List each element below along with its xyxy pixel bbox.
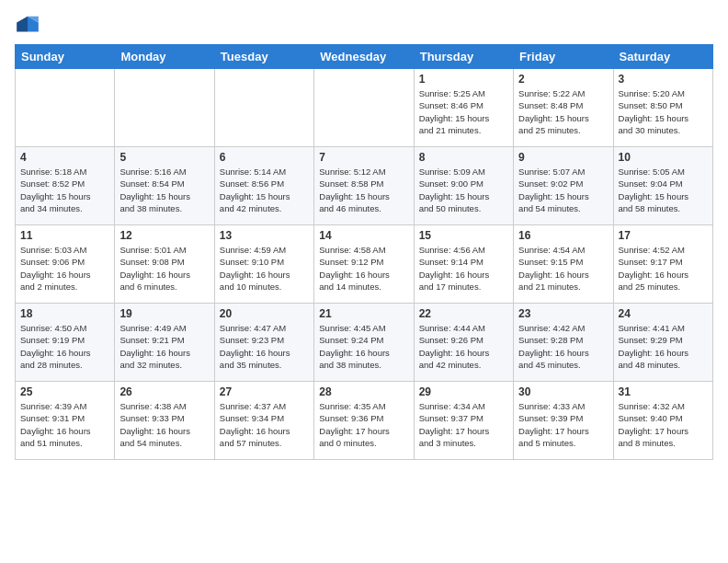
day-number: 31 [619,385,708,398]
day-number: 12 [119,229,209,242]
day-number: 1 [419,73,508,86]
calendar-cell: 30Sunrise: 4:33 AM Sunset: 9:39 PM Dayli… [514,382,613,460]
day-number: 28 [319,385,408,398]
logo-icon [15,15,40,35]
calendar-cell: 26Sunrise: 4:38 AM Sunset: 9:33 PM Dayli… [115,382,214,460]
day-info: Sunrise: 5:16 AM Sunset: 8:54 PM Dayligh… [119,166,209,214]
day-info: Sunrise: 4:32 AM Sunset: 9:40 PM Dayligh… [619,400,708,449]
day-info: Sunrise: 4:58 AM Sunset: 9:12 PM Dayligh… [319,244,408,293]
calendar-cell [314,69,414,147]
day-info: Sunrise: 5:07 AM Sunset: 9:02 PM Dayligh… [518,166,608,214]
calendar-cell: 22Sunrise: 4:44 AM Sunset: 9:26 PM Dayli… [414,304,513,382]
day-number: 19 [119,307,209,320]
weekday-header-row: SundayMondayTuesdayWednesdayThursdayFrid… [16,45,713,69]
week-row-4: 18Sunrise: 4:50 AM Sunset: 9:19 PM Dayli… [16,304,713,382]
day-number: 27 [220,385,309,398]
day-number: 20 [220,307,309,320]
calendar-cell: 2Sunrise: 5:22 AM Sunset: 8:48 PM Daylig… [514,69,613,147]
day-info: Sunrise: 4:37 AM Sunset: 9:34 PM Dayligh… [220,400,309,449]
day-number: 23 [518,307,608,320]
week-row-2: 4Sunrise: 5:18 AM Sunset: 8:52 PM Daylig… [16,147,713,225]
calendar-table: SundayMondayTuesdayWednesdayThursdayFrid… [15,44,713,460]
calendar-cell [115,69,214,147]
day-info: Sunrise: 4:35 AM Sunset: 9:36 PM Dayligh… [319,400,408,449]
day-number: 2 [518,73,608,86]
day-info: Sunrise: 5:14 AM Sunset: 8:56 PM Dayligh… [220,166,309,214]
calendar-cell: 21Sunrise: 4:45 AM Sunset: 9:24 PM Dayli… [314,304,414,382]
day-number: 3 [619,73,708,86]
calendar-cell: 25Sunrise: 4:39 AM Sunset: 9:31 PM Dayli… [16,382,115,460]
calendar-cell: 27Sunrise: 4:37 AM Sunset: 9:34 PM Dayli… [214,382,313,460]
day-number: 6 [220,151,309,164]
day-info: Sunrise: 5:20 AM Sunset: 8:50 PM Dayligh… [619,87,708,136]
day-info: Sunrise: 4:59 AM Sunset: 9:10 PM Dayligh… [220,244,309,293]
day-info: Sunrise: 5:09 AM Sunset: 9:00 PM Dayligh… [419,166,508,214]
day-number: 16 [518,229,608,242]
day-number: 14 [319,229,408,242]
day-number: 4 [20,151,109,164]
day-info: Sunrise: 5:25 AM Sunset: 8:46 PM Dayligh… [419,87,508,136]
day-info: Sunrise: 4:54 AM Sunset: 9:15 PM Dayligh… [518,244,608,293]
day-number: 29 [419,385,508,398]
calendar-cell [16,69,115,147]
day-info: Sunrise: 5:22 AM Sunset: 8:48 PM Dayligh… [518,87,608,136]
weekday-header-thursday: Thursday [414,45,513,69]
calendar-cell: 3Sunrise: 5:20 AM Sunset: 8:50 PM Daylig… [613,69,712,147]
day-info: Sunrise: 4:34 AM Sunset: 9:37 PM Dayligh… [419,400,508,449]
calendar-cell: 10Sunrise: 5:05 AM Sunset: 9:04 PM Dayli… [613,147,712,225]
day-info: Sunrise: 5:03 AM Sunset: 9:06 PM Dayligh… [20,244,109,293]
day-number: 9 [518,151,608,164]
svg-marker-1 [17,17,28,32]
calendar-cell: 19Sunrise: 4:49 AM Sunset: 9:21 PM Dayli… [115,304,214,382]
day-info: Sunrise: 4:49 AM Sunset: 9:21 PM Dayligh… [119,322,209,371]
calendar-cell: 9Sunrise: 5:07 AM Sunset: 9:02 PM Daylig… [514,147,613,225]
calendar-cell: 4Sunrise: 5:18 AM Sunset: 8:52 PM Daylig… [16,147,115,225]
day-info: Sunrise: 4:50 AM Sunset: 9:19 PM Dayligh… [20,322,109,371]
day-info: Sunrise: 5:12 AM Sunset: 8:58 PM Dayligh… [319,166,408,214]
day-info: Sunrise: 4:41 AM Sunset: 9:29 PM Dayligh… [619,322,708,371]
day-number: 25 [20,385,109,398]
week-row-3: 11Sunrise: 5:03 AM Sunset: 9:06 PM Dayli… [16,225,713,304]
day-info: Sunrise: 4:42 AM Sunset: 9:28 PM Dayligh… [518,322,608,371]
calendar-cell [214,69,313,147]
calendar-cell: 16Sunrise: 4:54 AM Sunset: 9:15 PM Dayli… [514,225,613,304]
weekday-header-tuesday: Tuesday [214,45,313,69]
logo [15,15,44,35]
calendar-cell: 15Sunrise: 4:56 AM Sunset: 9:14 PM Dayli… [414,225,513,304]
day-number: 7 [319,151,408,164]
day-number: 11 [20,229,109,242]
day-info: Sunrise: 5:18 AM Sunset: 8:52 PM Dayligh… [20,166,109,214]
day-number: 15 [419,229,508,242]
day-number: 18 [20,307,109,320]
day-info: Sunrise: 4:44 AM Sunset: 9:26 PM Dayligh… [419,322,508,371]
day-number: 21 [319,307,408,320]
calendar-cell: 6Sunrise: 5:14 AM Sunset: 8:56 PM Daylig… [214,147,313,225]
calendar-cell: 28Sunrise: 4:35 AM Sunset: 9:36 PM Dayli… [314,382,414,460]
day-number: 26 [119,385,209,398]
calendar-cell: 11Sunrise: 5:03 AM Sunset: 9:06 PM Dayli… [16,225,115,304]
calendar-cell: 18Sunrise: 4:50 AM Sunset: 9:19 PM Dayli… [16,304,115,382]
calendar-cell: 17Sunrise: 4:52 AM Sunset: 9:17 PM Dayli… [613,225,712,304]
day-number: 5 [119,151,209,164]
calendar-cell: 8Sunrise: 5:09 AM Sunset: 9:00 PM Daylig… [414,147,513,225]
calendar-cell: 13Sunrise: 4:59 AM Sunset: 9:10 PM Dayli… [214,225,313,304]
weekday-header-monday: Monday [115,45,214,69]
calendar-cell: 23Sunrise: 4:42 AM Sunset: 9:28 PM Dayli… [514,304,613,382]
weekday-header-wednesday: Wednesday [314,45,414,69]
day-info: Sunrise: 5:05 AM Sunset: 9:04 PM Dayligh… [619,166,708,214]
calendar-cell: 12Sunrise: 5:01 AM Sunset: 9:08 PM Dayli… [115,225,214,304]
day-number: 24 [619,307,708,320]
day-number: 17 [619,229,708,242]
week-row-5: 25Sunrise: 4:39 AM Sunset: 9:31 PM Dayli… [16,382,713,460]
day-info: Sunrise: 4:47 AM Sunset: 9:23 PM Dayligh… [220,322,309,371]
calendar-cell: 7Sunrise: 5:12 AM Sunset: 8:58 PM Daylig… [314,147,414,225]
calendar-cell: 5Sunrise: 5:16 AM Sunset: 8:54 PM Daylig… [115,147,214,225]
week-row-1: 1Sunrise: 5:25 AM Sunset: 8:46 PM Daylig… [16,69,713,147]
day-info: Sunrise: 5:01 AM Sunset: 9:08 PM Dayligh… [119,244,209,293]
calendar-cell: 20Sunrise: 4:47 AM Sunset: 9:23 PM Dayli… [214,304,313,382]
day-number: 10 [619,151,708,164]
calendar-cell: 1Sunrise: 5:25 AM Sunset: 8:46 PM Daylig… [414,69,513,147]
day-info: Sunrise: 4:45 AM Sunset: 9:24 PM Dayligh… [319,322,408,371]
weekday-header-friday: Friday [514,45,613,69]
weekday-header-sunday: Sunday [16,45,115,69]
